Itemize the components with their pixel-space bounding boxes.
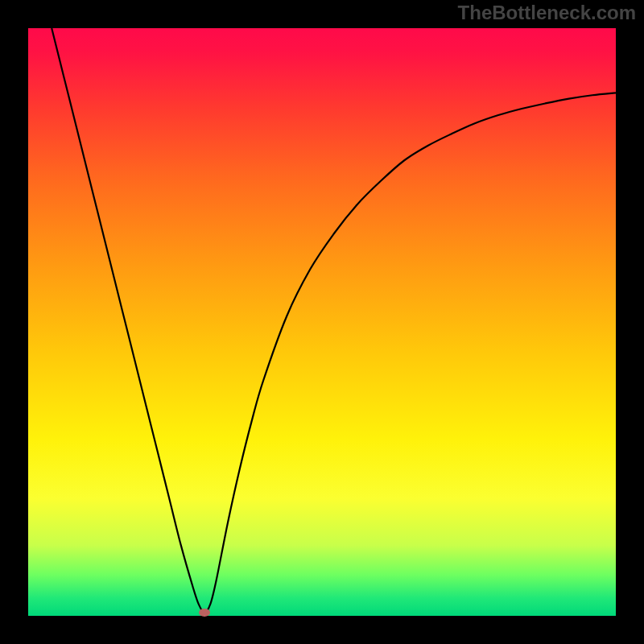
bottleneck-curve xyxy=(28,28,616,616)
plot-area xyxy=(28,28,616,616)
chart-frame: TheBottleneck.com xyxy=(0,0,644,644)
curve-path xyxy=(52,28,616,613)
minimum-marker xyxy=(199,609,210,617)
watermark-text: TheBottleneck.com xyxy=(458,2,636,24)
